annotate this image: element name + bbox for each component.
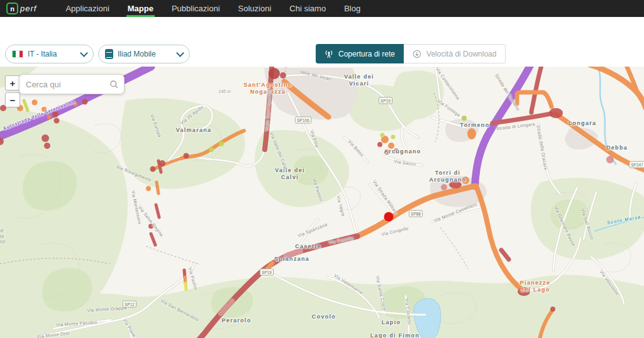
italy-flag-icon <box>12 50 23 58</box>
map-mode-toggle: Copertura di rete Velocità di Download <box>316 44 506 63</box>
nperf-logo[interactable]: n perf <box>6 3 36 14</box>
nav-menu: Applicazioni Mappe Pubblicazioni Soluzio… <box>64 0 362 17</box>
country-selector-value: IT - Italia <box>28 50 57 58</box>
nav-item-applicazioni[interactable]: Applicazioni <box>64 0 110 17</box>
coverage-mode-label: Copertura di rete <box>338 50 395 58</box>
zoom-out-button[interactable]: − <box>5 92 20 107</box>
coverage-map[interactable]: ValmaranaValle dei VicariSant'Agostino N… <box>0 67 644 338</box>
nperf-logo-icon: n <box>6 3 18 14</box>
chevron-down-icon <box>176 49 184 57</box>
top-navbar: n perf Applicazioni Mappe Pubblicazioni … <box>0 0 644 17</box>
coverage-mode-button[interactable]: Copertura di rete <box>316 44 404 63</box>
download-speed-mode-button[interactable]: Velocità di Download <box>404 44 506 63</box>
zoom-in-button[interactable]: + <box>5 75 20 90</box>
map-canvas <box>0 67 644 338</box>
chevron-down-icon <box>80 49 88 57</box>
nav-item-chi-siamo[interactable]: Chi siamo <box>288 0 327 17</box>
search-input[interactable] <box>19 80 105 89</box>
antenna-icon <box>325 50 333 58</box>
map-search <box>19 74 125 94</box>
nav-item-mappe[interactable]: Mappe <box>126 0 155 17</box>
country-selector[interactable]: IT - Italia <box>5 45 94 63</box>
nperf-logo-text: perf <box>20 4 36 13</box>
map-zoom-controls: + − <box>5 75 20 107</box>
download-icon <box>413 50 421 58</box>
nav-item-soluzioni[interactable]: Soluzioni <box>237 0 273 17</box>
sim-card-icon <box>105 49 113 59</box>
nav-item-pubblicazioni[interactable]: Pubblicazioni <box>170 0 221 17</box>
operator-selector[interactable]: Iliad Mobile <box>98 45 190 63</box>
operator-selector-value: Iliad Mobile <box>118 50 156 58</box>
nav-item-blog[interactable]: Blog <box>343 0 362 17</box>
download-mode-label: Velocità di Download <box>426 50 496 58</box>
search-icon <box>109 80 119 89</box>
